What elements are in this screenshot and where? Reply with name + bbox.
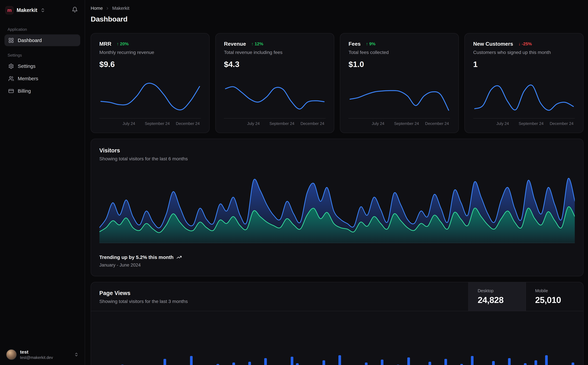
main-content: Home Makerkit Dashboard MRR ↑20% Monthly… [85,0,588,365]
stat-value: $4.3 [224,60,326,69]
visitors-trend-footer: Trending up by 5.2% this month [99,254,575,260]
user-name: test [20,349,53,355]
trend-up-arrow-icon: ↑ [366,41,368,47]
visitors-card: Visitors Showing total visitors for the … [91,139,583,276]
x-axis-ticks: July 24September 24December 24 [224,121,326,127]
trend-up-arrow-icon: ↑ [117,41,119,47]
trend-badge: ↓-25% [518,41,532,47]
page-views-bar-chart [91,311,583,365]
brand-name: Makerkit [17,7,37,13]
trend-badge: ↑9% [366,41,375,47]
makerkit-logo: m [5,6,14,14]
chevrons-up-down-icon [74,352,79,357]
bell-icon [72,7,78,13]
stat-card-mrr: MRR ↑20% Monthly recurring revenue $9.6 … [91,33,210,133]
chevron-right-icon [105,6,110,10]
sidebar-item-settings[interactable]: Settings [5,60,80,72]
stat-card-fees: Fees ↑9% Total fees collected $1.0 July … [340,33,459,133]
stat-title: Revenue [224,41,246,47]
mrr-sparkline-chart: July 24September 24December 24 [99,78,201,127]
x-axis-ticks: July 24September 24December 24 [348,121,450,127]
sidebar-item-label: Settings [18,63,35,69]
sidebar-item-members[interactable]: Members [5,73,80,84]
new-customers-sparkline-chart: July 24September 24December 24 [473,78,575,127]
notifications-button[interactable] [70,5,79,15]
trend-badge: ↑20% [117,41,129,47]
workspace-switcher[interactable]: m Makerkit [5,0,80,20]
mobile-toggle[interactable]: Mobile 25,010 [526,282,583,311]
user-avatar [6,349,17,360]
stat-card-new-customers: New Customers ↓-25% Customers who signed… [464,33,583,133]
page-views-card: Page Views Showing total visitors for th… [91,282,583,365]
desktop-toggle[interactable]: Desktop 24,828 [468,282,526,311]
revenue-sparkline-chart: July 24September 24December 24 [224,78,326,127]
nav-section-settings: Settings [8,53,77,58]
stat-value: 1 [473,60,575,69]
stat-subtitle: Customers who signed up this month [473,50,575,55]
sidebar-item-label: Members [18,76,38,81]
breadcrumb-current: Makerkit [112,6,130,11]
visitors-period: January - June 2024 [99,262,575,268]
x-axis-ticks: July 24September 24December 24 [473,121,575,127]
trending-up-icon [176,255,182,260]
sidebar-item-label: Dashboard [18,38,42,43]
stat-value: $1.0 [348,60,450,69]
stat-card-revenue: Revenue ↑12% Total revenue including fee… [215,33,334,133]
breadcrumb-home[interactable]: Home [91,6,103,11]
users-icon [8,76,14,81]
sidebar-item-billing[interactable]: Billing [5,85,80,97]
page-views-subtitle: Showing total visitors for the last 3 mo… [99,299,460,304]
mobile-total: 25,010 [535,295,574,305]
chevrons-up-down-icon [40,8,45,13]
visitors-title: Visitors [99,147,575,154]
breadcrumb: Home Makerkit [91,6,583,11]
stat-title: Fees [348,41,360,47]
sidebar-item-dashboard[interactable]: Dashboard [5,35,80,46]
trend-down-arrow-icon: ↓ [518,41,520,47]
stat-title: MRR [99,41,111,47]
sidebar: m Makerkit Application Dashboard Setting… [0,0,85,365]
dashboard-icon [8,38,14,43]
stat-subtitle: Total revenue including fees [224,50,326,55]
stat-cards-row: MRR ↑20% Monthly recurring revenue $9.6 … [91,33,583,133]
fees-sparkline-chart: July 24September 24December 24 [348,78,450,127]
page-title: Dashboard [91,15,583,23]
nav-section-application: Application [8,27,77,32]
sidebar-item-label: Billing [18,88,31,94]
app-window: m Makerkit Application Dashboard Setting… [0,0,588,365]
user-menu[interactable]: test test@makerkit.dev [5,345,80,365]
stat-subtitle: Monthly recurring revenue [99,50,201,55]
stat-value: $9.6 [99,60,201,69]
trend-up-arrow-icon: ↑ [251,41,253,47]
gear-icon [8,63,14,69]
visitors-subtitle: Showing total visitors for the last 6 mo… [99,156,575,161]
visitors-area-chart [99,171,575,243]
stat-subtitle: Total fees collected [348,50,450,55]
page-views-title: Page Views [99,290,460,296]
user-email: test@makerkit.dev [20,355,53,360]
trend-badge: ↑12% [251,41,263,47]
credit-card-icon [8,88,14,94]
stat-title: New Customers [473,41,513,47]
desktop-total: 24,828 [478,295,517,305]
x-axis-ticks: July 24September 24December 24 [99,121,201,127]
